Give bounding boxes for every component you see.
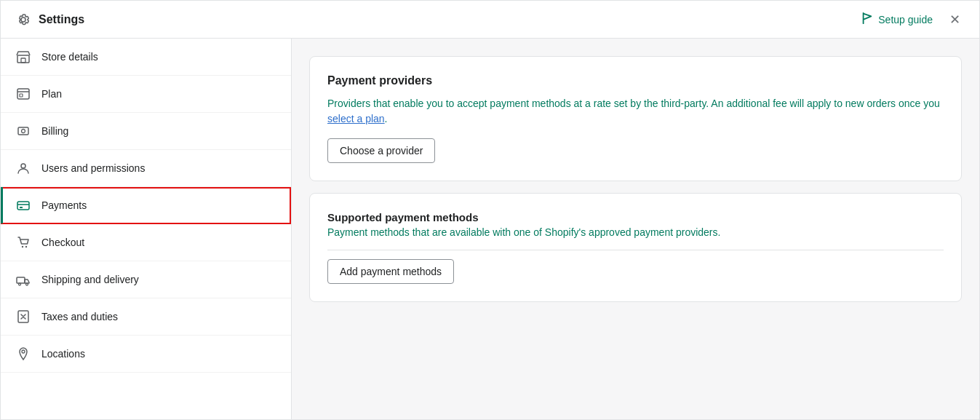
- svg-point-5: [22, 130, 25, 133]
- supported-payment-methods-card: Supported payment methods Payment method…: [309, 193, 962, 302]
- choose-provider-label: Choose a provider: [340, 145, 423, 156]
- app-window: Settings Setup guide ✕: [0, 0, 980, 420]
- top-bar-right: Setup guide ✕: [861, 9, 965, 30]
- payment-providers-desc-end: .: [385, 113, 388, 124]
- sidebar-item-shipping-delivery[interactable]: Shipping and delivery: [1, 261, 291, 298]
- sidebar-item-users-permissions[interactable]: Users and permissions: [1, 150, 291, 187]
- sidebar-label-plan: Plan: [41, 88, 62, 100]
- setup-guide-label: Setup guide: [878, 14, 933, 25]
- locations-icon: [15, 346, 31, 362]
- setup-guide-button[interactable]: Setup guide: [861, 12, 933, 27]
- payment-providers-card: Payment providers Providers that enable …: [309, 56, 962, 181]
- payments-icon: [15, 197, 31, 213]
- sidebar-item-billing[interactable]: Billing: [1, 113, 291, 150]
- store-icon: [15, 49, 31, 65]
- svg-point-9: [22, 246, 23, 247]
- sidebar-item-payments[interactable]: Payments: [1, 187, 291, 224]
- sidebar-label-taxes-duties: Taxes and duties: [41, 311, 118, 322]
- select-plan-link[interactable]: select a plan: [327, 113, 385, 124]
- payment-providers-desc-text: Providers that enable you to accept paym…: [327, 98, 940, 109]
- settings-gear-icon: [15, 12, 31, 28]
- svg-point-12: [19, 283, 21, 285]
- supported-payment-methods-description: Payment methods that are available with …: [327, 226, 944, 238]
- shipping-icon: [15, 272, 31, 288]
- sidebar-label-checkout: Checkout: [41, 237, 84, 248]
- sidebar-label-users-permissions: Users and permissions: [41, 162, 145, 174]
- svg-rect-0: [17, 55, 29, 63]
- page-title: Settings: [39, 13, 84, 26]
- svg-point-6: [21, 164, 25, 168]
- sidebar-item-store-details[interactable]: Store details: [1, 39, 291, 76]
- flag-icon: [861, 12, 874, 27]
- supported-payment-methods-title: Supported payment methods: [327, 211, 944, 223]
- close-icon: ✕: [949, 12, 960, 28]
- close-button[interactable]: ✕: [944, 9, 965, 30]
- sidebar-label-shipping-delivery: Shipping and delivery: [41, 274, 139, 285]
- payment-providers-description: Providers that enable you to accept paym…: [327, 96, 944, 127]
- top-bar: Settings Setup guide ✕: [1, 1, 979, 39]
- sidebar-item-plan[interactable]: Plan: [1, 76, 291, 113]
- add-payment-methods-button[interactable]: Add payment methods: [327, 259, 454, 284]
- sidebar-label-locations: Locations: [41, 348, 85, 360]
- add-payment-methods-container: Add payment methods: [327, 259, 944, 284]
- choose-provider-button[interactable]: Choose a provider: [327, 138, 435, 163]
- payment-providers-title: Payment providers: [327, 74, 944, 87]
- add-payment-methods-label: Add payment methods: [340, 266, 442, 277]
- svg-rect-1: [21, 58, 25, 63]
- sidebar-label-payments: Payments: [41, 199, 87, 211]
- svg-point-10: [25, 246, 27, 247]
- svg-rect-2: [17, 89, 29, 99]
- svg-point-13: [26, 283, 28, 285]
- sidebar-label-billing: Billing: [41, 125, 68, 137]
- svg-rect-11: [17, 277, 25, 283]
- sidebar-item-taxes-duties[interactable]: Taxes and duties: [1, 298, 291, 336]
- svg-rect-8: [20, 207, 23, 208]
- svg-rect-3: [20, 94, 23, 97]
- billing-icon: [15, 123, 31, 139]
- checkout-icon: [15, 234, 31, 250]
- svg-point-15: [22, 350, 25, 353]
- sidebar-label-store-details: Store details: [41, 51, 98, 63]
- sidebar: Store details Plan: [1, 39, 292, 419]
- content-area: Payment providers Providers that enable …: [292, 39, 979, 419]
- sidebar-item-checkout[interactable]: Checkout: [1, 224, 291, 261]
- main-content: Store details Plan: [1, 39, 979, 419]
- plan-icon: [15, 86, 31, 102]
- svg-rect-7: [17, 202, 29, 210]
- supported-section: Supported payment methods Payment method…: [327, 211, 944, 284]
- supported-header: Supported payment methods Payment method…: [327, 211, 944, 250]
- top-bar-left: Settings: [15, 12, 84, 28]
- svg-rect-4: [18, 127, 28, 135]
- sidebar-item-locations[interactable]: Locations: [1, 336, 291, 373]
- taxes-icon: [15, 309, 31, 325]
- users-icon: [15, 160, 31, 176]
